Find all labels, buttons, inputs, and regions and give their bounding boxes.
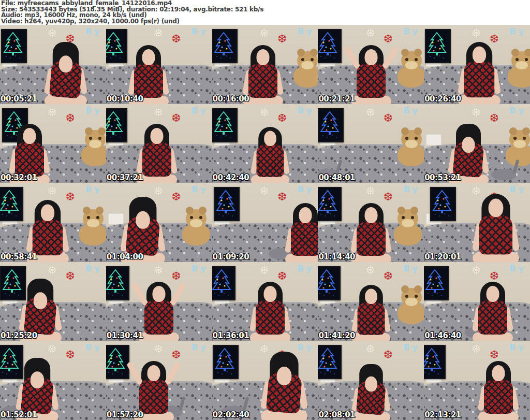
timestamp-label: 02:08:01 [318, 410, 355, 419]
person-red-dress [248, 64, 277, 98]
person-red-dress [139, 380, 168, 414]
teddy-bear-muzzle [190, 219, 202, 227]
teddy-bear-eye [311, 58, 314, 61]
person-figure [258, 351, 310, 420]
snowflake-red-decoration: ❆ [172, 192, 181, 202]
video-thumbnail: ❅❆By01:57:20 [106, 341, 212, 420]
wall-letters: By [509, 106, 526, 115]
person-face [462, 137, 475, 153]
teddy-bear-ear [410, 207, 418, 214]
video-thumbnail: ❅❆By02:08:01 [318, 341, 424, 420]
video-thumbnail: ❅❆By00:53:21 [424, 104, 530, 183]
timestamp-label: 01:57:20 [107, 410, 143, 419]
snowflake-red-decoration: ❆ [172, 271, 181, 282]
snowflake-white-decoration: ❅ [365, 264, 376, 277]
video-thumbnail: ❅❆By01:04:00 [106, 183, 212, 262]
snowflake-white-decoration: ❅ [259, 106, 270, 119]
snowflake-white-decoration: ❅ [153, 26, 164, 40]
timestamp-label: 00:16:00 [213, 94, 249, 104]
teddy-bear-eye [415, 295, 418, 298]
timestamp-label: 02:13:21 [424, 410, 461, 419]
timestamp-label: 00:53:21 [424, 173, 461, 182]
christmas-tree-icon [106, 109, 124, 139]
person-figure [476, 360, 521, 420]
person-red-dress [478, 300, 507, 335]
video-thumbnail: ❅❆By00:10:40 [106, 25, 212, 104]
timestamp-label: 00:37:21 [107, 173, 143, 182]
timestamp-label: 01:46:40 [424, 331, 461, 340]
wall-letters: By [404, 184, 421, 194]
person-red-dress [357, 64, 386, 98]
person-figure [470, 193, 522, 262]
teddy-bear-ear [524, 49, 530, 56]
teddy-bear-eye [190, 216, 193, 219]
teddy-bear-muzzle [87, 219, 99, 227]
teddy-bear-ear [414, 127, 422, 135]
video-thumbnail: ❅❆By02:02:40 [212, 341, 318, 420]
teddy-bear-muzzle [513, 140, 526, 148]
teddy-bear-ear [186, 207, 194, 214]
video-thumbnail: ❅❆By00:58:41 [0, 183, 106, 262]
snowflake-white-decoration: ❅ [365, 106, 376, 119]
snowflake-red-decoration: ❆ [490, 350, 499, 360]
person-face [364, 49, 377, 65]
radiator [426, 134, 441, 146]
wall-letters: By [298, 106, 315, 115]
person-red-dress [142, 142, 171, 177]
teddy-bear-ear [96, 207, 104, 214]
teddy-bear [397, 130, 424, 166]
teddy-bear-ear [509, 127, 517, 135]
person-face [489, 198, 504, 217]
person-red-dress [33, 220, 63, 255]
video-thumbnail: ❅❆By02:13:21 [424, 341, 530, 420]
person-face [365, 376, 377, 392]
person-red-dress [144, 300, 173, 335]
timestamp-label: 00:48:01 [318, 173, 355, 182]
person-face [142, 49, 155, 65]
wall-letters: By [509, 26, 526, 36]
snowflake-white-decoration: ❅ [259, 264, 270, 277]
person-figure [455, 41, 503, 104]
teddy-bear-eye [525, 58, 528, 61]
teddy-bear-eye [89, 137, 92, 140]
teddy-bear-ear [414, 285, 422, 293]
teddy-bear-head [297, 51, 318, 70]
person-face [299, 207, 312, 223]
person-figure [248, 126, 292, 183]
person-figure [470, 281, 516, 341]
snowflake-red-decoration: ❆ [278, 113, 287, 124]
snowflake-red-decoration: ❆ [66, 113, 75, 124]
video-thumbnail: ❅❆By00:42:40 [212, 104, 318, 183]
person-face [147, 365, 160, 381]
christmas-tree-picture [213, 345, 239, 379]
video-thumbnail: ❅❆By01:20:01 [424, 183, 530, 262]
person-figure [247, 281, 293, 341]
person-figure [283, 202, 318, 262]
christmas-tree-icon [2, 30, 24, 60]
teddy-bear-eye [96, 216, 99, 219]
christmas-tree-picture [212, 108, 238, 142]
teddy-bear-eye [513, 137, 517, 140]
teddy-bear-ear [297, 49, 305, 56]
person-figure [349, 284, 393, 341]
teddy-bear-muzzle [402, 219, 414, 227]
snowflake-white-decoration: ❅ [470, 342, 482, 356]
snowflake-white-decoration: ❅ [365, 184, 376, 198]
snowflake-red-decoration: ❆ [384, 113, 393, 124]
teddy-bear-head [83, 209, 104, 228]
teddy-bear-eye [411, 216, 414, 219]
person-face [364, 207, 377, 223]
person-red-dress [357, 302, 385, 335]
snowflake-red-decoration: ❆ [66, 350, 75, 360]
teddy-bear-ear [85, 127, 93, 135]
snowflake-white-decoration: ❅ [47, 342, 58, 356]
timestamp-label: 00:10:40 [107, 94, 143, 104]
snowflake-white-decoration: ❅ [153, 106, 164, 119]
person-face [136, 211, 151, 228]
wall-letters: By [192, 106, 209, 115]
teddy-bear-eye [98, 137, 101, 140]
snowflake-red-decoration: ❆ [172, 34, 181, 45]
wall-letters: By [85, 106, 102, 115]
christmas-tree-picture [318, 108, 344, 142]
timestamp-label: 01:30:41 [107, 331, 143, 340]
